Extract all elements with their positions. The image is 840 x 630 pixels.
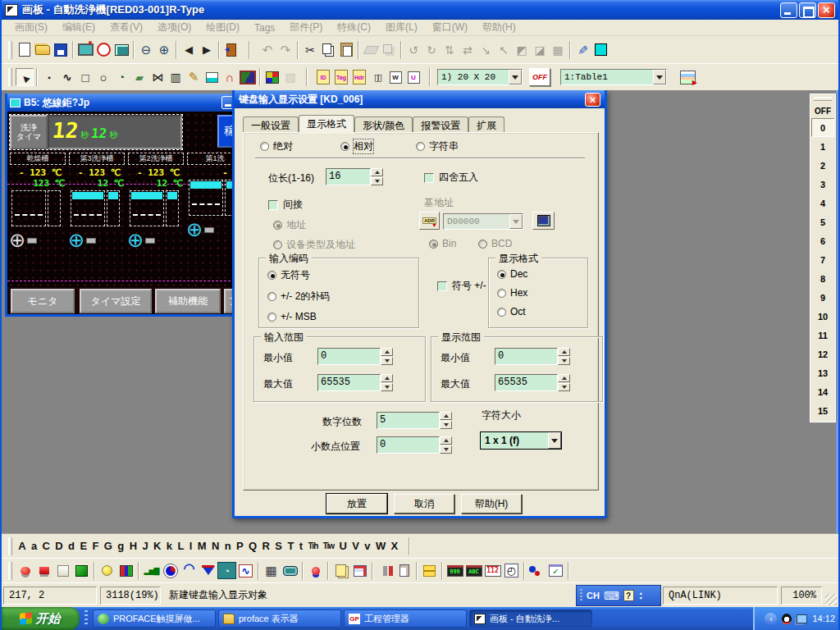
menu-window[interactable]: 窗口(W): [426, 20, 474, 35]
tank-dry[interactable]: 乾燥槽 - 123 ℃ 123 ℃: [9, 153, 66, 249]
window-mark-icon[interactable]: [368, 68, 386, 86]
text-display-icon[interactable]: ABC: [464, 562, 483, 579]
color-box-icon[interactable]: [591, 41, 609, 59]
prev-screen-icon[interactable]: [180, 41, 198, 59]
hex-radio[interactable]: Hex: [497, 287, 587, 299]
tag-letter[interactable]: t: [297, 540, 306, 552]
preview-icon[interactable]: [112, 41, 130, 59]
level-5-button[interactable]: 5: [811, 212, 834, 231]
digits-value[interactable]: 5: [377, 412, 440, 429]
menu-parts[interactable]: 部件(P): [283, 20, 329, 35]
rounding-checkbox[interactable]: 四舍五入: [424, 171, 478, 185]
menu-options[interactable]: 选项(O): [151, 20, 198, 35]
tab-extend[interactable]: 扩展: [468, 116, 504, 132]
tag-letter[interactable]: X: [388, 540, 400, 552]
rotate-left-icon[interactable]: [404, 41, 422, 59]
tag-letter[interactable]: H: [126, 540, 139, 552]
tag-letter[interactable]: V: [349, 540, 362, 552]
tank-wash3[interactable]: 第3洗浄槽 - 123 ℃ 12 ℃: [68, 153, 126, 249]
char-size-arrow[interactable]: [548, 432, 561, 449]
zoom-out-icon[interactable]: [137, 41, 155, 59]
msb-radio[interactable]: +/- MSB: [267, 311, 418, 322]
tag-letter[interactable]: g: [115, 540, 126, 552]
tag-letter[interactable]: D: [52, 540, 66, 552]
pie-graph-icon[interactable]: [161, 562, 180, 579]
dot-icon[interactable]: [40, 68, 58, 86]
spin-down-icon[interactable]: [440, 421, 452, 429]
tag-letter[interactable]: Q: [246, 540, 260, 552]
lamp-icon[interactable]: [98, 562, 116, 579]
tag-letter[interactable]: G: [102, 540, 116, 552]
exit-screen-icon[interactable]: [222, 41, 240, 59]
decimal-value[interactable]: 0: [377, 436, 440, 454]
text-pen-icon[interactable]: [185, 68, 203, 86]
spin-down-icon[interactable]: [381, 357, 393, 365]
language-bar[interactable]: CH ⌨ ? ▴▾: [576, 585, 661, 606]
bar-graph-icon[interactable]: [142, 562, 161, 579]
timer-setting-button[interactable]: タイマ設定: [80, 289, 152, 313]
label-icon[interactable]: [203, 68, 221, 86]
undo-icon[interactable]: [258, 41, 276, 59]
network-tray-icon[interactable]: [797, 614, 807, 623]
tag-letter[interactable]: U: [336, 540, 349, 552]
input-min-spinner[interactable]: 0: [317, 348, 393, 365]
copy-icon[interactable]: [319, 41, 337, 59]
langbar-grip[interactable]: [580, 589, 582, 602]
multi-lamp-icon[interactable]: [116, 562, 135, 579]
eraser-icon[interactable]: [362, 41, 380, 59]
level-9-button[interactable]: 9: [811, 288, 834, 307]
save-icon[interactable]: [52, 41, 70, 59]
bit-switch-icon[interactable]: [16, 562, 34, 579]
numeric-display-icon[interactable]: 999: [445, 562, 464, 579]
word-switch-icon[interactable]: [34, 562, 53, 579]
address-radio[interactable]: 地址: [273, 218, 306, 232]
meter-graph-icon[interactable]: [180, 562, 199, 579]
hmi-canvas[interactable]: 洗浄 タイマ 12 秒 12 秒 稼 乾燥槽: [7, 112, 239, 317]
alarm-clock-icon[interactable]: [94, 41, 112, 59]
tag-letter[interactable]: J: [139, 540, 151, 552]
task-proface-folder[interactable]: proface 表示器: [218, 609, 341, 628]
tank-graph-icon[interactable]: [199, 562, 217, 579]
next-screen-icon[interactable]: [198, 41, 216, 59]
twos-complement-radio[interactable]: +/- 2的补码: [267, 290, 418, 304]
menu-draw[interactable]: 绘图(D): [199, 20, 246, 35]
tag-letter[interactable]: d: [66, 540, 77, 552]
function-switch-icon[interactable]: [53, 562, 72, 579]
timer-digital-display[interactable]: 12 秒 12 秒: [48, 115, 182, 149]
tag-letter[interactable]: M: [195, 540, 209, 552]
u-mark-icon[interactable]: U: [404, 68, 422, 86]
rectangle-icon[interactable]: [76, 68, 94, 86]
quicklaunch-divider[interactable]: [84, 610, 88, 627]
qq-tray-icon[interactable]: [782, 614, 792, 624]
level-15-button[interactable]: 15: [811, 401, 834, 420]
panel-meter-icon[interactable]: [217, 562, 236, 579]
maximize-button[interactable]: [799, 2, 816, 18]
bin-radio[interactable]: Bin: [429, 238, 456, 249]
spin-up-icon[interactable]: [558, 374, 570, 382]
rotate-right-icon[interactable]: [422, 41, 441, 59]
transfer-monitor-icon[interactable]: [76, 41, 94, 59]
input-min-value[interactable]: 0: [317, 348, 381, 365]
open-folder-icon[interactable]: [34, 41, 52, 59]
spin-down-icon[interactable]: [440, 445, 452, 454]
tag-tag-icon[interactable]: Tag: [332, 68, 350, 86]
tag-letter[interactable]: S: [272, 540, 285, 552]
tray-chevron-icon[interactable]: ‹: [765, 613, 777, 625]
file-item-icon[interactable]: [395, 562, 413, 579]
tank-wash1[interactable]: 第1洗 - 1: [186, 153, 239, 239]
toolbar-grip[interactable]: [8, 562, 12, 580]
level-off-button[interactable]: OFF: [811, 103, 834, 118]
display-min-value[interactable]: 0: [495, 348, 558, 365]
keypad-display-icon[interactable]: [281, 562, 299, 579]
dialog-close-icon[interactable]: ×: [585, 93, 600, 107]
indirect-checkbox[interactable]: 间接: [268, 198, 303, 212]
group-icon[interactable]: [549, 41, 567, 59]
duplicate-icon[interactable]: [380, 41, 398, 59]
alarm-lamp-icon[interactable]: [306, 562, 325, 579]
shrink-icon[interactable]: [477, 41, 495, 59]
menu-tags[interactable]: Tags: [248, 21, 281, 34]
flip-vertical-icon[interactable]: [441, 41, 459, 59]
level-0-button[interactable]: 0: [811, 118, 834, 137]
new-file-icon[interactable]: [16, 41, 34, 59]
tag-letter[interactable]: k: [164, 540, 176, 552]
